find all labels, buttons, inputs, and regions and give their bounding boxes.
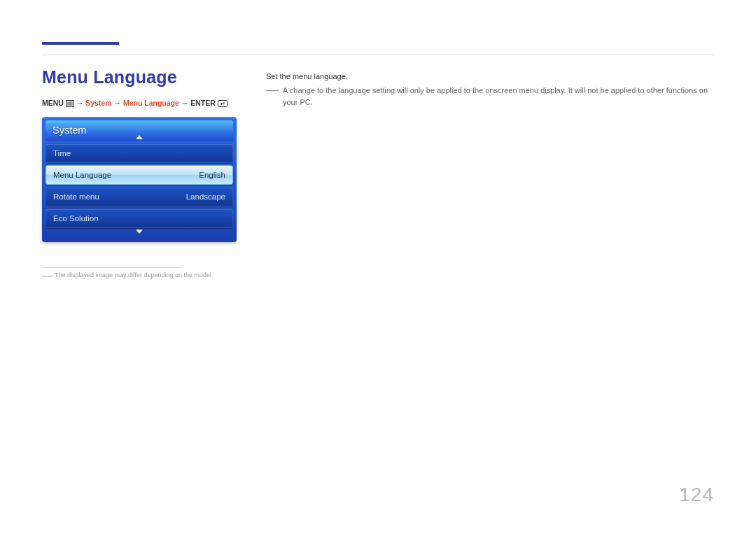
crumb-enter-label: ENTER xyxy=(190,99,216,107)
description-main: Set the menu language. xyxy=(266,72,714,80)
osd-list: Time Menu Language English Rotate menu L… xyxy=(46,143,233,228)
description-note: ― A change to the language setting will … xyxy=(266,85,714,108)
osd-panel: System Time Menu Language English Rotate… xyxy=(42,117,237,242)
dash-icon: ― xyxy=(266,85,279,108)
crumb-menu-label: MENU xyxy=(42,99,64,107)
breadcrumb: MENU → System → Menu Language → ENTER xyxy=(42,99,245,107)
osd-item-value: Landscape xyxy=(186,192,225,201)
footnote-divider xyxy=(42,267,182,268)
osd-item-eco-solution[interactable]: Eco Solution xyxy=(46,209,233,228)
osd-item-label: Menu Language xyxy=(53,171,111,179)
crumb-arrow-1: → xyxy=(76,99,84,107)
crumb-arrow-3: → xyxy=(181,99,189,107)
dash-icon: ― xyxy=(42,272,52,279)
footnote: ― The displayed image may differ dependi… xyxy=(42,272,245,279)
crumb-system: System xyxy=(85,99,111,107)
osd-item-label: Time xyxy=(53,149,71,157)
osd-item-menu-language[interactable]: Menu Language English xyxy=(46,165,233,185)
page-number: 124 xyxy=(679,484,714,506)
footnote-text: The displayed image may differ depending… xyxy=(55,272,213,279)
top-rule xyxy=(42,55,714,55)
crumb-arrow-2: → xyxy=(113,99,121,107)
enter-icon xyxy=(218,100,227,107)
osd-header-title: System xyxy=(52,125,86,136)
menu-icon xyxy=(66,100,74,107)
osd-header: System xyxy=(46,120,233,141)
osd-item-label: Rotate menu xyxy=(53,192,99,201)
scroll-down-icon[interactable] xyxy=(136,230,143,234)
description-note-text: A change to the language setting will on… xyxy=(283,85,714,108)
osd-item-rotate-menu[interactable]: Rotate menu Landscape xyxy=(46,187,233,206)
crumb-menu-language: Menu Language xyxy=(123,99,179,107)
osd-item-value: English xyxy=(199,171,225,179)
scroll-up-icon[interactable] xyxy=(136,135,143,139)
osd-item-time[interactable]: Time xyxy=(46,143,233,163)
accent-bar xyxy=(42,42,119,45)
page-title: Menu Language xyxy=(42,67,245,87)
osd-item-label: Eco Solution xyxy=(53,214,99,223)
